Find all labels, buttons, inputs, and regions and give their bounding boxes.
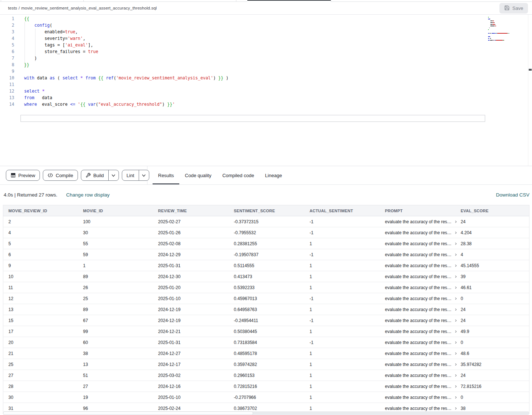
expand-cell-icon[interactable]	[454, 319, 458, 322]
compile-button[interactable]: Compile	[43, 170, 78, 181]
table-cell: 13	[3, 304, 78, 315]
expand-cell-icon[interactable]	[454, 220, 458, 224]
code-line: 5 tags = ['ai_eval'],	[0, 42, 229, 48]
expand-cell-icon[interactable]	[454, 352, 458, 355]
table-row: 912025-01-310.51145551evaluate the accur…	[3, 260, 529, 271]
code-text: config(	[14, 22, 52, 29]
lint-button-label: Lint	[127, 173, 134, 178]
table-cell: 1	[304, 238, 380, 249]
tab-lineage[interactable]: Lineage	[259, 166, 287, 184]
tab-compiled-code-label: Compiled code	[222, 173, 254, 178]
line-number: 1	[0, 15, 14, 22]
prompt-cell: evaluate the accuracy of the res…	[380, 282, 456, 293]
table-cell: 72.815216	[456, 381, 529, 392]
line-number: 10	[0, 75, 14, 81]
breadcrumb-separator: /	[19, 6, 20, 10]
table-cell: -1	[304, 293, 380, 304]
prompt-cell: evaluate the accuracy of the res…	[380, 249, 456, 260]
table-cell: 4	[456, 249, 529, 260]
table-cell: -0.2707966	[229, 392, 304, 403]
expand-cell-icon[interactable]	[454, 275, 458, 278]
tab-compiled-code[interactable]: Compiled code	[217, 166, 260, 184]
table-cell: 28	[3, 381, 78, 392]
table-cell: 4	[3, 227, 78, 238]
table-cell: 46.61	[456, 282, 529, 293]
code-line: 14where eval_score <= '{{ var("eval_accu…	[0, 101, 229, 108]
table-cell: 2024-12-17	[153, 359, 229, 370]
prompt-preview-text: evaluate the accuracy of the res…	[385, 351, 452, 356]
tab-results[interactable]: Results	[153, 166, 179, 184]
save-button[interactable]: Save	[499, 3, 528, 14]
preview-button[interactable]: Preview	[6, 170, 40, 181]
expand-cell-icon[interactable]	[454, 407, 458, 410]
expand-cell-icon[interactable]	[454, 286, 458, 289]
expand-cell-icon[interactable]	[454, 341, 458, 344]
table-row: 20602025-01-310.73183584-1evaluate the a…	[3, 337, 529, 348]
table-cell: 28.38	[456, 238, 529, 249]
column-header: REVIEW_TIME	[153, 205, 229, 216]
table-row: 6592024-12-29-0.19507837-1evaluate the a…	[3, 249, 529, 260]
editor-minimap[interactable]	[488, 16, 525, 41]
expand-cell-icon[interactable]	[454, 297, 458, 300]
table-cell: 15	[3, 315, 78, 326]
code-text: }}	[14, 61, 29, 68]
table-cell: 24	[456, 370, 529, 381]
table-cell: 27	[78, 381, 153, 392]
table-cell: 59	[78, 249, 153, 260]
table-cell: 0.45967013	[229, 293, 304, 304]
code-line: 12select *	[0, 88, 229, 94]
breadcrumb: tests/movie_review_sentiment_analysis_ev…	[8, 6, 157, 10]
expand-cell-icon[interactable]	[454, 264, 458, 268]
column-header: PROMPT	[380, 205, 456, 216]
horizontal-scrollbar-thumb[interactable]	[3, 411, 253, 415]
results-status-bar: 4.0s | Returned 27 rows. Change row disp…	[0, 185, 532, 205]
download-csv-link[interactable]: Download CSV	[496, 192, 529, 198]
table-cell: -1	[304, 227, 380, 238]
expand-cell-icon[interactable]	[454, 330, 458, 333]
code-text: select *	[14, 88, 45, 94]
table-cell: 2024-12-19	[153, 304, 229, 315]
editor-scrollbar-thumb[interactable]	[529, 69, 532, 71]
expand-cell-icon[interactable]	[454, 231, 458, 235]
table-cell: 2025-02-27	[153, 216, 229, 227]
table-row: 12252025-01-100.45967013-1evaluate the a…	[3, 293, 529, 304]
expand-cell-icon[interactable]	[454, 363, 458, 366]
expand-cell-icon[interactable]	[454, 374, 458, 377]
code-line: 11	[0, 81, 229, 88]
code-line: 13from data	[0, 94, 229, 101]
table-cell: 2024-12-19	[153, 315, 229, 326]
code-editor[interactable]: 1{{2 config(3 enabled=true,4 severity='w…	[0, 15, 532, 166]
change-row-display-link[interactable]: Change row display	[66, 192, 110, 198]
table-cell: -0.24954411	[229, 315, 304, 326]
tab-code-quality[interactable]: Code quality	[179, 166, 217, 184]
prompt-cell: evaluate the accuracy of the res…	[380, 271, 456, 282]
table-cell: 0.28381255	[229, 238, 304, 249]
table-cell: 0	[456, 293, 529, 304]
table-cell: 1	[304, 271, 380, 282]
table-row: 21002025-02-27-0.37372315-1evaluate the …	[3, 216, 529, 227]
line-number: 3	[0, 29, 14, 35]
table-cell: 2024-12-30	[153, 271, 229, 282]
prompt-preview-text: evaluate the accuracy of the res…	[385, 219, 452, 224]
code-lines: 1{{2 config(3 enabled=true,4 severity='w…	[0, 15, 229, 108]
code-line: 3 enabled=true,	[0, 29, 229, 35]
table-cell: 12	[3, 293, 78, 304]
code-text: with data as ( select * from {{ ref('mov…	[14, 75, 229, 81]
table-cell: 6	[3, 249, 78, 260]
prompt-preview-text: evaluate the accuracy of the res…	[385, 230, 452, 235]
results-table: MOVIE_REVIEW_ID MOVIE_ID REVIEW_TIME SEN…	[3, 205, 529, 414]
expand-cell-icon[interactable]	[454, 396, 458, 399]
expand-cell-icon[interactable]	[454, 253, 458, 257]
expand-cell-icon[interactable]	[454, 385, 458, 388]
table-cell: 0.48595178	[229, 348, 304, 359]
table-cell: -1	[304, 249, 380, 260]
expand-cell-icon[interactable]	[454, 242, 458, 246]
build-button[interactable]: Build	[81, 170, 119, 181]
expand-cell-icon[interactable]	[454, 308, 458, 311]
results-tab-bar: Results Code quality Compiled code Linea…	[147, 166, 532, 184]
prompt-cell: evaluate the accuracy of the res…	[380, 227, 456, 238]
build-dropdown-toggle[interactable]	[108, 170, 119, 180]
prompt-preview-text: evaluate the accuracy of the res…	[385, 384, 452, 389]
table-cell: 48.6	[456, 348, 529, 359]
lint-button[interactable]: Lint	[122, 170, 149, 181]
